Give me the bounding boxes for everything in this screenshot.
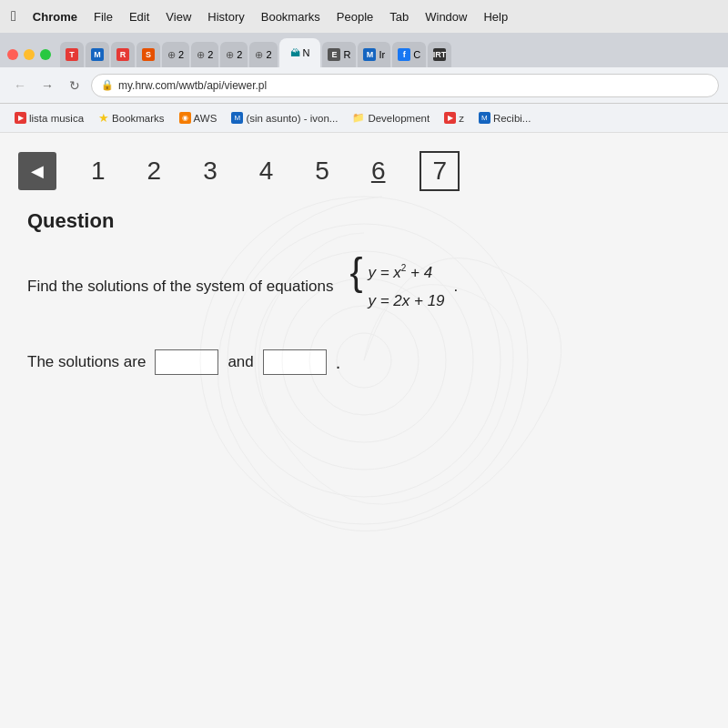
bookmark-recibido[interactable]: M Recibi...: [473, 109, 537, 126]
tab-pinned-12[interactable]: IRT: [428, 42, 451, 67]
bookmark-label-bookmarks: Bookmarks: [112, 113, 165, 124]
menu-bar:  Chrome File Edit View History Bookmark…: [0, 0, 728, 33]
period-after-equation: .: [454, 275, 459, 298]
tab-pinned-9[interactable]: E R: [322, 42, 356, 67]
tab-label-2c: 2: [237, 49, 242, 60]
question-num-1[interactable]: 1: [84, 153, 113, 189]
equation-1: y = x2 + 4: [368, 260, 444, 286]
question-body-text: Find the solutions of the system of equa…: [27, 275, 333, 298]
bookmark-z[interactable]: ▶ z: [439, 109, 470, 126]
bookmark-icon-video: ▶: [15, 112, 26, 124]
tab-pinned-4[interactable]: S: [136, 42, 160, 67]
question-body: Find the solutions of the system of equa…: [27, 260, 701, 313]
question-section: Question Find the solutions of the syste…: [0, 200, 728, 402]
tab-active[interactable]: 🏔 N: [279, 38, 321, 67]
answer-input-1[interactable]: [155, 349, 218, 375]
tab-pinned-7[interactable]: ⊕2: [220, 42, 248, 67]
content-area: ◀ 1 2 3 4 5 6 7 Question Find the soluti…: [0, 133, 728, 728]
tab-label-2b: 2: [207, 49, 213, 60]
close-button[interactable]: [7, 49, 18, 60]
browser-window: T M R S ⊕2 ⊕2 ⊕2 ⊕2 🏔 N E R: [0, 33, 728, 728]
tab-icon-fb: f: [398, 48, 410, 61]
traffic-lights: [7, 49, 58, 67]
tab-icon-s: S: [142, 48, 155, 61]
menu-edit[interactable]: Edit: [122, 7, 157, 26]
back-button[interactable]: ←: [9, 75, 31, 96]
tab-label-2a: 2: [178, 49, 184, 60]
tab-label-2d: 2: [266, 49, 271, 60]
tab-label-c: C: [413, 49, 420, 60]
tab-icon-r: R: [116, 48, 129, 61]
tab-icon-2a: ⊕: [167, 49, 176, 61]
tab-pinned-10[interactable]: M Ir: [358, 42, 390, 67]
bookmark-label-lista: lista musica: [29, 113, 84, 124]
tab-pinned-1[interactable]: T: [60, 42, 84, 67]
bookmark-aws[interactable]: ◉ AWS: [174, 109, 223, 126]
tab-pinned-2[interactable]: M: [86, 42, 109, 67]
folder-icon: 📁: [352, 112, 365, 124]
question-label: Question: [27, 209, 701, 233]
reload-button[interactable]: ↻: [64, 75, 86, 96]
bookmark-label-mail: (sin asunto) - ivon...: [246, 113, 338, 124]
equation-system: { y = x2 + 4 y = 2x + 19: [349, 260, 444, 313]
tab-pinned-6[interactable]: ⊕2: [191, 42, 218, 67]
tab-label-ir: Ir: [379, 49, 385, 60]
tab-icon-m2: M: [363, 48, 376, 61]
menu-bookmarks[interactable]: Bookmarks: [254, 7, 328, 26]
tab-pinned-11[interactable]: f C: [392, 42, 426, 67]
minimize-button[interactable]: [24, 49, 35, 60]
bookmark-label-recibido: Recibi...: [493, 113, 531, 124]
tab-icon-2c: ⊕: [226, 49, 234, 61]
tab-icon-2b: ⊕: [197, 49, 205, 61]
brace-icon: {: [349, 253, 362, 291]
tab-active-label: N: [303, 47, 310, 58]
tab-icon-t: T: [66, 48, 78, 61]
tab-icon-m: M: [91, 48, 104, 61]
bookmark-icon-recibido: M: [479, 112, 490, 124]
forward-button[interactable]: →: [36, 75, 58, 96]
bookmark-development[interactable]: 📁 Development: [347, 109, 435, 126]
answer-input-2[interactable]: [263, 349, 327, 375]
menu-tab[interactable]: Tab: [382, 7, 416, 26]
bookmark-label-z: z: [459, 113, 464, 124]
prev-question-button[interactable]: ◀: [18, 152, 56, 190]
equation-2: y = 2x + 19: [368, 288, 444, 314]
bookmark-lista-musica[interactable]: ▶ lista musica: [9, 109, 89, 126]
apple-icon: : [11, 8, 16, 25]
menu-chrome[interactable]: Chrome: [25, 7, 85, 26]
tab-icon-irt: IRT: [433, 48, 446, 61]
lock-icon: 🔒: [101, 79, 114, 91]
menu-view[interactable]: View: [158, 7, 198, 26]
question-num-2[interactable]: 2: [140, 153, 169, 189]
bookmarks-bar: ▶ lista musica ★ Bookmarks ◉ AWS M (sin …: [0, 104, 728, 133]
bookmark-icon-mail: M: [231, 112, 243, 124]
question-num-6[interactable]: 6: [364, 153, 393, 189]
and-text: and: [228, 353, 253, 371]
question-num-4[interactable]: 4: [252, 153, 281, 189]
menu-people[interactable]: People: [329, 7, 380, 26]
equations-container: y = x2 + 4 y = 2x + 19: [368, 260, 444, 313]
solutions-prefix-text: The solutions are: [27, 353, 146, 371]
question-num-5[interactable]: 5: [308, 153, 337, 189]
tab-icon-active: 🏔: [290, 47, 300, 58]
bookmark-mail[interactable]: M (sin asunto) - ivon...: [226, 109, 343, 126]
address-bar[interactable]: 🔒 my.hrw.com/wwtb/api/viewer.pl: [91, 74, 719, 97]
question-navigation: ◀ 1 2 3 4 5 6 7: [0, 133, 728, 200]
menu-file[interactable]: File: [86, 7, 120, 26]
tab-pinned-8[interactable]: ⊕2: [249, 42, 277, 67]
bookmark-bookmarks[interactable]: ★ Bookmarks: [93, 108, 170, 127]
question-numbers: 1 2 3 4 5 6 7: [56, 151, 487, 191]
bookmark-icon-z: ▶: [444, 112, 456, 124]
tab-icon-2d: ⊕: [255, 49, 263, 61]
maximize-button[interactable]: [40, 49, 51, 60]
question-num-3[interactable]: 3: [196, 153, 225, 189]
menu-help[interactable]: Help: [476, 7, 515, 26]
menu-window[interactable]: Window: [418, 7, 474, 26]
bookmark-icon-aws: ◉: [179, 112, 191, 124]
tab-label-r: R: [343, 49, 350, 60]
menu-history[interactable]: History: [200, 7, 251, 26]
solutions-line: The solutions are and .: [27, 340, 701, 384]
question-num-7[interactable]: 7: [420, 151, 460, 191]
tab-pinned-5[interactable]: ⊕2: [162, 42, 189, 67]
tab-pinned-3[interactable]: R: [111, 42, 135, 67]
